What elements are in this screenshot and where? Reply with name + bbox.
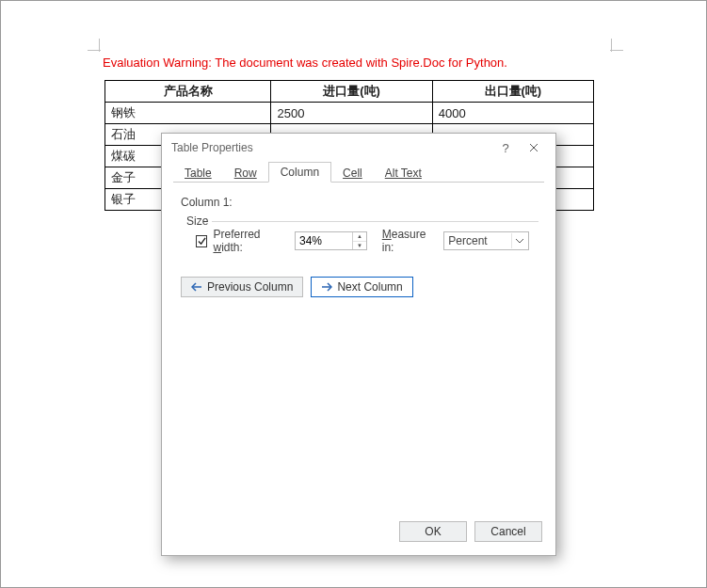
next-column-label: Next Column: [337, 280, 402, 294]
tab-row[interactable]: Row: [223, 164, 268, 183]
col-header-import[interactable]: 进口量(吨): [271, 81, 432, 103]
next-column-button[interactable]: Next Column: [311, 277, 412, 297]
preferred-width-label: Preferred width:: [213, 228, 289, 254]
previous-column-button[interactable]: Previous Column: [181, 277, 303, 297]
col-header-export[interactable]: 出口量(吨): [432, 81, 593, 103]
preferred-width-input[interactable]: [296, 232, 352, 249]
evaluation-warning: Evaluation Warning: The document was cre…: [103, 56, 507, 70]
margin-mark: [611, 39, 612, 52]
close-button[interactable]: [520, 136, 548, 159]
table-header-row: 产品名称 进口量(吨) 出口量(吨): [105, 81, 594, 103]
column-panel: Column 1: Size Preferred width: ▲ ▼: [162, 183, 555, 307]
measure-in-select[interactable]: Percent: [443, 231, 529, 250]
size-groupbox: Size Preferred width: ▲ ▼ Measur: [186, 215, 538, 263]
dialog-titlebar[interactable]: Table Properties ?: [162, 134, 555, 162]
column-nav-row: Previous Column Next Column: [181, 277, 538, 297]
cell[interactable]: 4000: [432, 103, 593, 124]
preferred-width-checkbox[interactable]: [196, 235, 207, 247]
margin-mark: [610, 50, 623, 51]
tab-row-label: Row: [234, 167, 257, 180]
arrow-right-icon: [321, 281, 332, 293]
margin-mark: [99, 39, 100, 52]
ok-button[interactable]: OK: [399, 521, 467, 542]
cell[interactable]: 钢铁: [105, 103, 271, 124]
measure-in-label: Measure in:: [382, 228, 439, 254]
tab-column[interactable]: Column: [268, 162, 331, 183]
size-group-title: Size: [186, 215, 212, 228]
preferred-width-spinner[interactable]: ▲ ▼: [295, 231, 367, 250]
tab-table[interactable]: Table: [173, 164, 223, 183]
measure-in-value: Percent: [448, 234, 487, 247]
table-properties-dialog: Table Properties ? Table Row Column Cell…: [161, 133, 556, 556]
column-heading: Column 1:: [181, 196, 538, 209]
checkmark-icon: [198, 237, 206, 246]
tab-alttext-label: Alt Text: [385, 167, 422, 180]
help-button[interactable]: ?: [491, 136, 520, 159]
tab-cell-label: Cell: [343, 167, 362, 180]
close-icon: [529, 143, 538, 152]
tab-table-label: Table: [185, 167, 212, 180]
cell[interactable]: 2500: [271, 103, 432, 124]
spinner-buttons: ▲ ▼: [352, 232, 366, 249]
tab-strip: Table Row Column Cell Alt Text: [162, 162, 555, 183]
tab-cell[interactable]: Cell: [331, 164, 374, 183]
tab-column-label: Column: [281, 166, 319, 179]
arrow-left-icon: [191, 281, 202, 293]
chevron-down-icon: [511, 233, 526, 248]
tab-alttext[interactable]: Alt Text: [374, 164, 433, 183]
spin-up-button[interactable]: ▲: [353, 232, 366, 242]
spin-down-button[interactable]: ▼: [353, 242, 366, 250]
col-header-product[interactable]: 产品名称: [105, 81, 271, 103]
dialog-footer: OK Cancel: [399, 521, 542, 542]
cancel-button[interactable]: Cancel: [474, 521, 542, 542]
document-page: Evaluation Warning: The document was cre…: [0, 0, 707, 588]
previous-column-label: Previous Column: [207, 280, 293, 294]
preferred-width-row: Preferred width: ▲ ▼ Measure in: Percent: [196, 228, 529, 254]
dialog-title: Table Properties: [171, 141, 491, 154]
table-row[interactable]: 钢铁 2500 4000: [105, 103, 594, 124]
